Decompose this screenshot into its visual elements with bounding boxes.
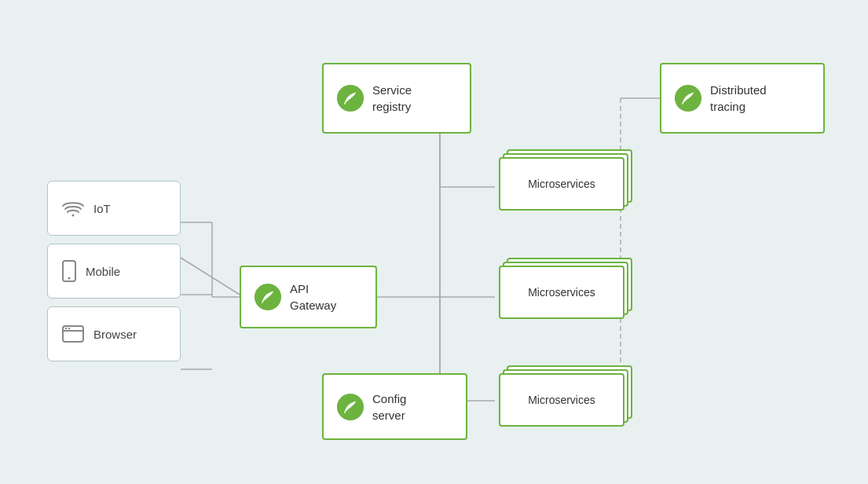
microservices-label-3: Microservices [528, 394, 595, 406]
svg-point-24 [68, 277, 71, 280]
service-registry-box: Serviceregistry [322, 63, 471, 134]
mobile-box: Mobile [47, 244, 181, 299]
svg-point-27 [65, 328, 67, 329]
spring-leaf-icon-registry [336, 84, 364, 112]
distributed-tracing-label: Distributedtracing [710, 82, 767, 115]
microservices-label-2: Microservices [528, 286, 595, 299]
browser-label: Browser [93, 328, 137, 341]
config-server-box: Configserver [322, 373, 467, 440]
api-gateway-label: APIGateway [290, 280, 336, 314]
distributed-tracing-box: Distributedtracing [660, 63, 825, 134]
svg-point-22 [72, 214, 75, 217]
ms-front-3: Microservices [499, 373, 624, 427]
mobile-label: Mobile [86, 265, 120, 278]
config-server-label: Configserver [372, 390, 406, 424]
microservices-label-1: Microservices [528, 178, 595, 190]
wifi-icon [62, 200, 84, 217]
service-registry-label: Serviceregistry [372, 82, 412, 115]
svg-line-0 [181, 258, 244, 297]
spring-leaf-icon-tracing [674, 84, 702, 112]
svg-point-28 [68, 328, 70, 329]
iot-label: IoT [93, 202, 111, 215]
ms-front-2: Microservices [499, 266, 624, 319]
client-group: IoT Mobile Browser [47, 181, 181, 361]
api-gateway-box: APIGateway [240, 266, 377, 328]
ms-front-1: Microservices [499, 157, 624, 211]
iot-box: IoT [47, 181, 181, 236]
spring-leaf-icon-config [336, 393, 364, 421]
browser-icon [62, 325, 84, 343]
mobile-icon [62, 260, 76, 282]
spring-leaf-icon-gateway [254, 283, 282, 311]
diagram: IoT Mobile Browser Serviceregistr [16, 16, 852, 468]
browser-box: Browser [47, 306, 181, 361]
